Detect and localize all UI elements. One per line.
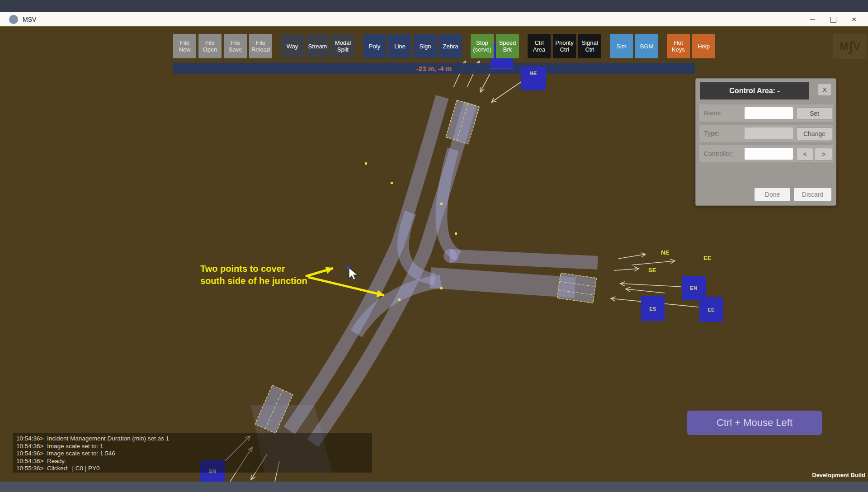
toolbar-group-blue: SimBGM — [610, 34, 660, 58]
type-input[interactable] — [745, 128, 793, 139]
log-line: 10:54:36> Image scale set to: 1 — [16, 443, 372, 450]
toolbar-button-sim[interactable]: Sim — [610, 34, 633, 58]
toolbar-button-sign[interactable]: Sign — [414, 34, 437, 58]
name-input[interactable] — [745, 107, 793, 119]
toolbar-button-priority-ctrl[interactable]: Priority Ctrl — [553, 34, 576, 58]
toolbar-button-bgm[interactable]: BGM — [635, 34, 658, 58]
controller-row: Controller: < > — [699, 145, 833, 162]
window-title: MSV — [23, 16, 36, 23]
window-controls: ─ × — [802, 12, 864, 26]
toolbar: File NewFile OpenFile SaveFile ReloadWay… — [173, 34, 724, 58]
map-label-se: SE — [648, 267, 656, 274]
map-label-ne: NE — [661, 249, 669, 256]
log-line: 10:54:36> Ready. — [16, 458, 372, 465]
toolbar-group-dark: WayStreamModal Split — [281, 34, 357, 58]
road-hairpin-end — [443, 249, 457, 263]
mouse-cursor — [347, 266, 358, 280]
ctrl-mouse-left-hint[interactable]: Ctrl + Mouse Left — [687, 411, 822, 435]
toolbar-button-zebra[interactable]: Zebra — [439, 34, 462, 58]
restore-button[interactable] — [823, 12, 844, 26]
taskbar-strip — [0, 482, 868, 492]
done-button[interactable]: Done — [755, 188, 790, 201]
map-marker-en[interactable]: EN — [682, 276, 706, 300]
dialog-close-button[interactable]: X — [818, 83, 831, 96]
toolbar-button-stream[interactable]: Stream — [306, 34, 329, 58]
minimize-button[interactable]: ─ — [802, 12, 823, 26]
controller-next-button[interactable]: > — [815, 148, 832, 161]
annotation-text: Two points to cover south side of he jun… — [200, 263, 307, 287]
log-line: 10:54:36> Image scale set to: 1.546 — [16, 450, 372, 458]
waypoint-dot[interactable] — [440, 287, 443, 289]
change-button[interactable]: Change — [797, 128, 832, 140]
name-label: Name — [704, 104, 721, 122]
controller-input[interactable] — [745, 148, 793, 160]
minimize-icon: ─ — [810, 15, 815, 23]
cursor-coordinates: -23 m, -4 m — [416, 65, 452, 72]
restore-icon — [830, 17, 836, 23]
toolbar-button-help[interactable]: Help — [692, 34, 715, 58]
toolbar-button-ctrl-area[interactable]: Ctrl Area — [528, 34, 551, 58]
control-area-dialog: Control Area: - X Name Set Type: Change … — [695, 78, 836, 206]
map-marker-ne[interactable]: NE — [521, 67, 546, 90]
map-canvas[interactable]: File NewFile OpenFile SaveFile ReloadWay… — [0, 27, 868, 482]
map-marker-ee[interactable]: EE — [699, 297, 723, 322]
close-button[interactable]: × — [844, 12, 864, 26]
desktop-top-strip — [0, 0, 868, 12]
app-window: MSV ─ × — [0, 0, 868, 492]
toolbar-button-signal-ctrl[interactable]: Signal Ctrl — [578, 34, 601, 58]
waypoint-dot[interactable] — [391, 182, 393, 184]
type-label: Type: — [704, 125, 719, 142]
map-marker-es[interactable]: ES — [641, 296, 665, 321]
road-strips — [289, 97, 598, 443]
log-console: 10:54:36> Incident Management Duration (… — [13, 433, 372, 473]
toolbar-button-file-save[interactable]: File Save — [224, 34, 247, 58]
toolbar-group-orange: Hot KeysHelp — [667, 34, 717, 58]
coordinate-bar: -23 m, -4 m — [173, 63, 695, 74]
toolbar-button-file-open[interactable]: File Open — [198, 34, 222, 58]
set-button[interactable]: Set — [797, 107, 832, 120]
type-row: Type: Change — [699, 125, 833, 142]
title-bar: MSV ─ × — [0, 12, 868, 27]
toolbar-group-gray: File NewFile OpenFile SaveFile Reload — [173, 34, 274, 58]
app-icon — [9, 15, 18, 24]
toolbar-button-speed-brk[interactable]: Speed Brk — [496, 34, 519, 58]
toolbar-group-black: Ctrl AreaPriority CtrlSignal Ctrl — [528, 34, 604, 58]
close-icon: × — [851, 14, 856, 24]
toolbar-group-navy: PolyLineSignZebra — [363, 34, 464, 58]
log-line: 10:55:36> Clicked: | C0 | PY0 — [16, 465, 372, 473]
name-row: Name Set — [699, 104, 833, 122]
toolbar-button-way[interactable]: Way — [281, 34, 304, 58]
dev-build-label: Development Build — [812, 472, 865, 478]
waypoint-dot[interactable] — [440, 203, 443, 205]
msv-watermark: M∫V — [833, 34, 867, 59]
log-line: 10:54:36> Incident Management Duration (… — [16, 435, 372, 443]
toolbar-button-file-reload[interactable]: File Reload — [249, 34, 272, 58]
toolbar-group-green: Stop (serve)Speed Brk — [471, 34, 521, 58]
waypoint-dot[interactable] — [365, 162, 367, 165]
waypoint-dot[interactable] — [398, 298, 401, 301]
toolbar-button-modal-split[interactable]: Modal Split — [331, 34, 354, 58]
waypoint-dot[interactable] — [455, 232, 457, 235]
toolbar-button-hot-keys[interactable]: Hot Keys — [667, 34, 690, 58]
controller-prev-button[interactable]: < — [797, 148, 813, 161]
controller-label: Controller: — [704, 145, 733, 162]
toolbar-button-poly[interactable]: Poly — [363, 34, 386, 58]
toolbar-button-line[interactable]: Line — [388, 34, 411, 58]
map-label-ee: EE — [703, 255, 711, 261]
toolbar-button-stop-serve[interactable]: Stop (serve) — [471, 34, 494, 58]
toolbar-button-file-new[interactable]: File New — [173, 34, 196, 58]
dialog-title: Control Area: - — [700, 82, 809, 99]
discard-button[interactable]: Discard — [794, 188, 831, 201]
